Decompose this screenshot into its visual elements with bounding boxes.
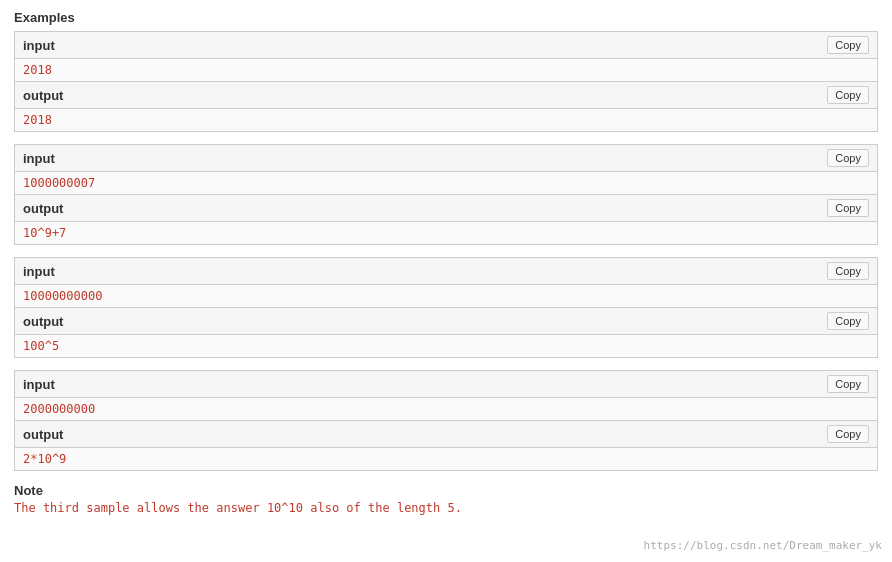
example-3-output-value: 100^5 xyxy=(15,335,877,357)
example-4-output-copy-button[interactable]: Copy xyxy=(827,425,869,443)
example-4-input-copy-button[interactable]: Copy xyxy=(827,375,869,393)
example-3-output-copy-button[interactable]: Copy xyxy=(827,312,869,330)
example-2-output-label: output xyxy=(23,201,63,216)
example-2-output-copy-button[interactable]: Copy xyxy=(827,199,869,217)
example-3-output-label: output xyxy=(23,314,63,329)
example-1-input-label-row: input Copy xyxy=(15,32,877,59)
note-text-before: The third sample allows the answer xyxy=(14,501,267,515)
example-3-input-label: input xyxy=(23,264,55,279)
example-1-input-value: 2018 xyxy=(15,59,877,82)
example-3-input-value: 10000000000 xyxy=(15,285,877,308)
note-text: The third sample allows the answer 10^10… xyxy=(14,501,878,515)
example-block-4: input Copy 2000000000 output Copy 2*10^9 xyxy=(14,370,878,471)
example-4-input-label-row: input Copy xyxy=(15,371,877,398)
example-3-output-label-row: output Copy xyxy=(15,308,877,335)
example-1-input-copy-button[interactable]: Copy xyxy=(827,36,869,54)
example-2-output-value: 10^9+7 xyxy=(15,222,877,244)
note-text-after: also of the length 5. xyxy=(303,501,462,515)
example-4-output-value: 2*10^9 xyxy=(15,448,877,470)
example-3-input-label-row: input Copy xyxy=(15,258,877,285)
example-2-input-label: input xyxy=(23,151,55,166)
example-4-input-value: 2000000000 xyxy=(15,398,877,421)
example-4-output-label: output xyxy=(23,427,63,442)
note-code: 10^10 xyxy=(267,501,303,515)
example-2-input-value: 1000000007 xyxy=(15,172,877,195)
example-2-input-copy-button[interactable]: Copy xyxy=(827,149,869,167)
note-title: Note xyxy=(14,483,878,498)
example-3-input-copy-button[interactable]: Copy xyxy=(827,262,869,280)
section-title: Examples xyxy=(14,10,878,25)
example-block-2: input Copy 1000000007 output Copy 10^9+7 xyxy=(14,144,878,245)
example-1-output-value: 2018 xyxy=(15,109,877,131)
example-4-output-label-row: output Copy xyxy=(15,421,877,448)
example-1-input-label: input xyxy=(23,38,55,53)
example-1-output-label-row: output Copy xyxy=(15,82,877,109)
example-block-1: input Copy 2018 output Copy 2018 xyxy=(14,31,878,132)
example-2-output-label-row: output Copy xyxy=(15,195,877,222)
example-4-input-label: input xyxy=(23,377,55,392)
example-block-3: input Copy 10000000000 output Copy 100^5 xyxy=(14,257,878,358)
example-1-output-label: output xyxy=(23,88,63,103)
example-1-output-copy-button[interactable]: Copy xyxy=(827,86,869,104)
example-2-input-label-row: input Copy xyxy=(15,145,877,172)
